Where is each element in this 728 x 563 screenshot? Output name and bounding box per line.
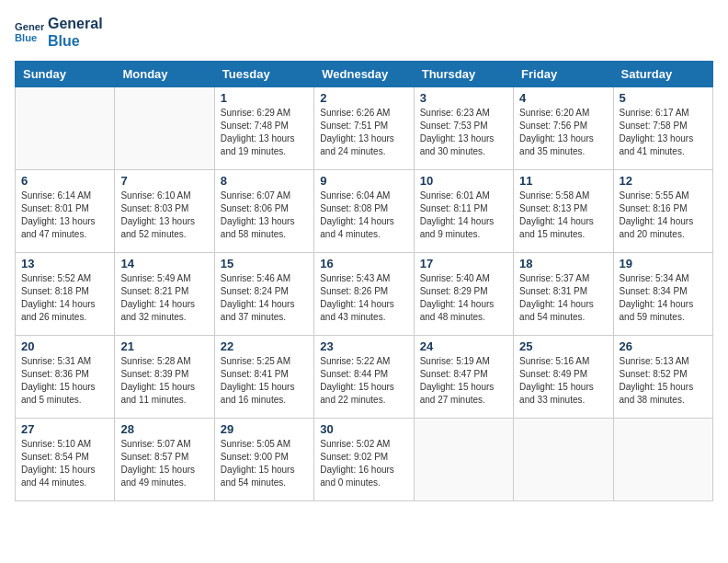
day-info: Sunrise: 6:23 AMSunset: 7:53 PMDaylight:…	[420, 107, 507, 158]
header: General Blue General Blue	[15, 15, 713, 50]
calendar-cell: 9Sunrise: 6:04 AMSunset: 8:08 PMDaylight…	[314, 170, 414, 253]
day-info: Sunrise: 5:34 AMSunset: 8:34 PMDaylight:…	[620, 272, 707, 324]
calendar-cell: 8Sunrise: 6:07 AMSunset: 8:06 PMDaylight…	[214, 170, 313, 253]
logo-general: General	[48, 15, 103, 32]
day-info: Sunrise: 5:02 AMSunset: 9:02 PMDaylight:…	[320, 438, 407, 489]
calendar-cell: 13Sunrise: 5:52 AMSunset: 8:18 PMDayligh…	[16, 253, 115, 336]
logo-icon: General Blue	[15, 17, 44, 47]
calendar-cell: 18Sunrise: 5:37 AMSunset: 8:31 PMDayligh…	[514, 253, 613, 336]
col-header-tuesday: Tuesday	[214, 62, 313, 87]
calendar-cell: 7Sunrise: 6:10 AMSunset: 8:03 PMDaylight…	[115, 170, 214, 253]
calendar-cell: 27Sunrise: 5:10 AMSunset: 8:54 PMDayligh…	[16, 419, 115, 501]
calendar-cell	[514, 419, 613, 501]
day-number: 9	[320, 174, 407, 188]
day-number: 15	[221, 257, 308, 270]
day-info: Sunrise: 5:10 AMSunset: 8:54 PMDaylight:…	[21, 438, 108, 489]
day-info: Sunrise: 5:07 AMSunset: 8:57 PMDaylight:…	[120, 438, 208, 489]
calendar-cell: 20Sunrise: 5:31 AMSunset: 8:36 PMDayligh…	[16, 336, 115, 419]
calendar-cell: 2Sunrise: 6:26 AMSunset: 7:51 PMDaylight…	[314, 87, 414, 170]
day-number: 18	[519, 257, 607, 270]
day-info: Sunrise: 6:04 AMSunset: 8:08 PMDaylight:…	[320, 190, 407, 241]
day-number: 7	[120, 174, 208, 188]
day-number: 3	[420, 91, 507, 105]
calendar-cell: 10Sunrise: 6:01 AMSunset: 8:11 PMDayligh…	[414, 170, 513, 253]
day-info: Sunrise: 5:22 AMSunset: 8:44 PMDaylight:…	[320, 355, 407, 407]
day-info: Sunrise: 6:26 AMSunset: 7:51 PMDaylight:…	[320, 107, 407, 158]
day-info: Sunrise: 6:17 AMSunset: 7:58 PMDaylight:…	[620, 107, 707, 158]
calendar-week-row: 27Sunrise: 5:10 AMSunset: 8:54 PMDayligh…	[16, 419, 713, 501]
day-info: Sunrise: 5:55 AMSunset: 8:16 PMDaylight:…	[620, 190, 707, 241]
day-number: 27	[21, 422, 108, 436]
calendar-cell	[115, 87, 214, 170]
day-number: 20	[21, 339, 108, 353]
day-number: 8	[221, 174, 308, 188]
logo: General Blue General Blue	[15, 15, 103, 50]
calendar-week-row: 20Sunrise: 5:31 AMSunset: 8:36 PMDayligh…	[16, 336, 713, 419]
day-info: Sunrise: 5:05 AMSunset: 9:00 PMDaylight:…	[221, 438, 308, 489]
day-number: 11	[519, 174, 607, 188]
calendar-cell: 16Sunrise: 5:43 AMSunset: 8:26 PMDayligh…	[314, 253, 414, 336]
day-number: 26	[620, 339, 707, 353]
calendar-week-row: 13Sunrise: 5:52 AMSunset: 8:18 PMDayligh…	[16, 253, 713, 336]
day-number: 19	[620, 257, 707, 270]
day-number: 10	[420, 174, 507, 188]
calendar-week-row: 1Sunrise: 6:29 AMSunset: 7:48 PMDaylight…	[16, 87, 713, 170]
day-info: Sunrise: 6:20 AMSunset: 7:56 PMDaylight:…	[519, 107, 607, 158]
calendar-cell: 21Sunrise: 5:28 AMSunset: 8:39 PMDayligh…	[115, 336, 214, 419]
calendar-cell: 26Sunrise: 5:13 AMSunset: 8:52 PMDayligh…	[613, 336, 712, 419]
day-number: 24	[420, 339, 507, 353]
day-info: Sunrise: 5:49 AMSunset: 8:21 PMDaylight:…	[120, 272, 208, 324]
day-number: 22	[221, 339, 308, 353]
day-info: Sunrise: 5:58 AMSunset: 8:13 PMDaylight:…	[519, 190, 607, 241]
day-info: Sunrise: 5:40 AMSunset: 8:29 PMDaylight:…	[420, 272, 507, 324]
svg-text:Blue: Blue	[15, 32, 37, 43]
svg-text:General: General	[15, 22, 44, 33]
day-number: 12	[620, 174, 707, 188]
calendar-cell: 23Sunrise: 5:22 AMSunset: 8:44 PMDayligh…	[314, 336, 414, 419]
day-number: 30	[320, 422, 407, 436]
day-number: 21	[120, 339, 208, 353]
day-number: 13	[21, 257, 108, 270]
calendar-cell	[16, 87, 115, 170]
calendar-cell	[613, 419, 712, 501]
day-info: Sunrise: 5:46 AMSunset: 8:24 PMDaylight:…	[221, 272, 308, 324]
day-number: 5	[620, 91, 707, 105]
col-header-saturday: Saturday	[613, 62, 712, 87]
calendar-cell: 24Sunrise: 5:19 AMSunset: 8:47 PMDayligh…	[414, 336, 513, 419]
calendar-cell: 14Sunrise: 5:49 AMSunset: 8:21 PMDayligh…	[115, 253, 214, 336]
calendar-cell: 19Sunrise: 5:34 AMSunset: 8:34 PMDayligh…	[613, 253, 712, 336]
col-header-thursday: Thursday	[414, 62, 513, 87]
calendar-cell: 3Sunrise: 6:23 AMSunset: 7:53 PMDaylight…	[414, 87, 513, 170]
day-number: 16	[320, 257, 407, 270]
calendar-cell: 28Sunrise: 5:07 AMSunset: 8:57 PMDayligh…	[115, 419, 214, 501]
day-info: Sunrise: 6:10 AMSunset: 8:03 PMDaylight:…	[120, 190, 208, 241]
calendar-cell: 5Sunrise: 6:17 AMSunset: 7:58 PMDaylight…	[613, 87, 712, 170]
day-number: 2	[320, 91, 407, 105]
calendar-cell: 15Sunrise: 5:46 AMSunset: 8:24 PMDayligh…	[214, 253, 313, 336]
calendar-cell: 17Sunrise: 5:40 AMSunset: 8:29 PMDayligh…	[414, 253, 513, 336]
day-info: Sunrise: 5:16 AMSunset: 8:49 PMDaylight:…	[519, 355, 607, 407]
day-number: 1	[221, 91, 308, 105]
day-number: 17	[420, 257, 507, 270]
calendar-cell: 4Sunrise: 6:20 AMSunset: 7:56 PMDaylight…	[514, 87, 613, 170]
day-info: Sunrise: 5:43 AMSunset: 8:26 PMDaylight:…	[320, 272, 407, 324]
calendar-cell: 6Sunrise: 6:14 AMSunset: 8:01 PMDaylight…	[16, 170, 115, 253]
day-info: Sunrise: 5:25 AMSunset: 8:41 PMDaylight:…	[221, 355, 308, 407]
calendar-cell: 12Sunrise: 5:55 AMSunset: 8:16 PMDayligh…	[613, 170, 712, 253]
day-info: Sunrise: 5:19 AMSunset: 8:47 PMDaylight:…	[420, 355, 507, 407]
col-header-monday: Monday	[115, 62, 214, 87]
day-number: 14	[120, 257, 208, 270]
day-info: Sunrise: 5:28 AMSunset: 8:39 PMDaylight:…	[120, 355, 208, 407]
day-info: Sunrise: 5:31 AMSunset: 8:36 PMDaylight:…	[21, 355, 108, 407]
day-info: Sunrise: 6:14 AMSunset: 8:01 PMDaylight:…	[21, 190, 108, 241]
day-info: Sunrise: 5:37 AMSunset: 8:31 PMDaylight:…	[519, 272, 607, 324]
day-number: 6	[21, 174, 108, 188]
calendar-cell	[414, 419, 513, 501]
col-header-friday: Friday	[514, 62, 613, 87]
day-info: Sunrise: 6:01 AMSunset: 8:11 PMDaylight:…	[420, 190, 507, 241]
day-number: 23	[320, 339, 407, 353]
calendar-table: SundayMondayTuesdayWednesdayThursdayFrid…	[15, 61, 713, 501]
calendar-cell: 30Sunrise: 5:02 AMSunset: 9:02 PMDayligh…	[314, 419, 414, 501]
calendar-week-row: 6Sunrise: 6:14 AMSunset: 8:01 PMDaylight…	[16, 170, 713, 253]
calendar-cell: 11Sunrise: 5:58 AMSunset: 8:13 PMDayligh…	[514, 170, 613, 253]
